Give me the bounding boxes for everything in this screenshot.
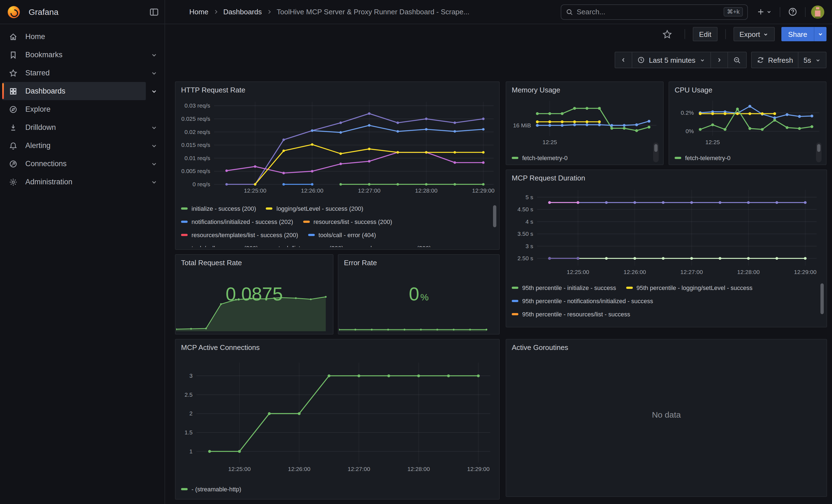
chevron-down-icon[interactable]: [146, 160, 162, 167]
panel-title[interactable]: MCP Active Connections: [176, 340, 499, 352]
legend-item[interactable]: - (streamable-http): [181, 486, 241, 493]
stat-value: 0%: [338, 283, 499, 305]
svg-text:3 s: 3 s: [525, 243, 533, 249]
legend-scrollbar[interactable]: [493, 205, 496, 227]
legend-item[interactable]: 95th percentile - resources/templates/li…: [512, 324, 658, 325]
sidebar-item-drilldown[interactable]: Drilldown: [2, 118, 146, 136]
legend-item[interactable]: tools/list - success (200): [268, 245, 343, 247]
panel-title[interactable]: Error Rate: [338, 255, 499, 267]
legend-item[interactable]: 95th percentile - notifications/initiali…: [512, 298, 653, 304]
sidebar-item-home[interactable]: Home: [2, 27, 162, 46]
legend-series-chip: [181, 221, 188, 223]
sidebar-item-explore[interactable]: Explore: [2, 100, 162, 118]
chevron-down-icon[interactable]: [146, 69, 162, 77]
legend-series-label: 95th percentile - resources/list - succe…: [522, 311, 630, 317]
sidebar-item-administration[interactable]: Administration: [2, 173, 146, 191]
legend-series-label: fetch-telemetry-0: [522, 155, 568, 161]
zoom-out-button[interactable]: [727, 52, 746, 68]
panel-title[interactable]: Total Request Rate: [176, 255, 333, 267]
legend-item[interactable]: tools/call - success (200): [181, 245, 258, 247]
sidebar-item-label: Starred: [25, 69, 50, 77]
time-range-group: Last 5 minutes: [615, 52, 747, 68]
search-input[interactable]: [577, 8, 720, 16]
legend-series-label: unknown - success (200): [364, 245, 431, 247]
legend-series-label: tools/list - success (200): [279, 245, 343, 247]
legend-series-label: initialize - success (200): [191, 205, 256, 212]
refresh-interval-picker[interactable]: 5s: [798, 52, 826, 68]
breadcrumb-dashboards[interactable]: Dashboards: [223, 8, 262, 16]
avatar[interactable]: [811, 5, 824, 19]
svg-text:0.02 req/s: 0.02 req/s: [185, 129, 210, 135]
panel-total-request-rate: Total Request Rate 0.0875: [175, 254, 334, 335]
legend-scrollbar[interactable]: [654, 144, 657, 152]
search-box[interactable]: ⌘+k: [561, 4, 748, 20]
sidebar-item-alerting[interactable]: Alerting: [2, 136, 146, 155]
panel-title[interactable]: MCP Request Duration: [506, 170, 827, 182]
bell-icon: [9, 141, 18, 150]
panel-title[interactable]: Memory Usage: [506, 82, 663, 94]
sidebar-item-dashboards[interactable]: Dashboards: [2, 82, 146, 100]
drilldown-icon: [9, 123, 18, 132]
legend-item[interactable]: notifications/initialized - success (202…: [181, 218, 293, 225]
top-bar: Home Dashboards ToolHive MCP Server & Pr…: [165, 0, 832, 24]
time-shift-forward-button[interactable]: [710, 52, 727, 68]
sidebar-item-label: Administration: [25, 178, 72, 186]
favorite-star-icon[interactable]: [662, 29, 673, 39]
svg-text:0%: 0%: [686, 128, 694, 134]
error-rate-sparkline: [339, 323, 494, 334]
sidebar-toggle-icon[interactable]: [149, 7, 159, 17]
legend-item[interactable]: resources/list - success (200): [303, 218, 392, 225]
panel-title[interactable]: CPU Usage: [669, 82, 826, 94]
panel-title[interactable]: Active Goroutines: [506, 340, 827, 352]
legend-item[interactable]: resources/templates/list - success (200): [181, 232, 298, 238]
legend-item[interactable]: initialize - success (200): [181, 205, 256, 212]
time-range-picker[interactable]: Last 5 minutes: [632, 52, 710, 68]
add-button[interactable]: [753, 5, 775, 18]
legend-row: 95th percentile - resources/list - succe…: [512, 308, 819, 321]
home-icon: [9, 32, 18, 41]
refresh-button[interactable]: Refresh: [751, 52, 798, 68]
legend-series-label: - (streamable-http): [191, 486, 241, 493]
sidebar-item-bookmarks[interactable]: Bookmarks: [2, 46, 146, 64]
legend-item[interactable]: fetch-telemetry-0: [512, 155, 568, 161]
sidebar-item-starred[interactable]: Starred: [2, 64, 146, 82]
chevron-down-icon[interactable]: [146, 178, 162, 186]
panel-error-rate: Error Rate 0%: [338, 254, 500, 335]
svg-text:1: 1: [189, 448, 192, 454]
share-caret-button[interactable]: [814, 27, 827, 41]
chevron-down-icon[interactable]: [146, 124, 162, 131]
sidebar-nav: Home Bookmarks Starred: [0, 24, 164, 191]
breadcrumb-home[interactable]: Home: [189, 8, 208, 16]
sidebar-item-connections[interactable]: Connections: [2, 155, 146, 173]
legend-series-label: fetch-telemetry-0: [685, 155, 730, 161]
panel-cpu-usage: CPU Usage 0.2%0%12:25 fetch-telemetry-0: [669, 81, 827, 165]
chevron-down-icon[interactable]: [146, 87, 162, 95]
legend-series-chip: [512, 300, 518, 302]
svg-text:16 MiB: 16 MiB: [513, 122, 531, 129]
share-button[interactable]: Share: [782, 27, 814, 41]
legend-series-label: tools/call - error (404): [319, 232, 376, 238]
legend-scrollbar[interactable]: [821, 283, 824, 314]
legend-row: resources/templates/list - success (200)…: [181, 228, 491, 242]
edit-button[interactable]: Edit: [693, 27, 718, 41]
legend-item[interactable]: 95th percentile - initialize - success: [512, 285, 616, 291]
time-shift-back-button[interactable]: [615, 52, 632, 68]
svg-text:2.5: 2.5: [185, 392, 192, 398]
legend-item[interactable]: 95th percentile - logging/setLevel - suc…: [626, 285, 753, 291]
legend-item[interactable]: fetch-telemetry-0: [675, 155, 730, 161]
panel-title[interactable]: HTTP Request Rate: [176, 82, 499, 94]
brand-title: Grafana: [29, 7, 58, 17]
legend-item[interactable]: unknown - success (200): [353, 245, 431, 247]
svg-text:0.015 req/s: 0.015 req/s: [181, 142, 210, 148]
share-label: Share: [788, 30, 807, 38]
chevron-down-icon[interactable]: [146, 51, 162, 59]
legend-item[interactable]: 95th percentile - resources/list - succe…: [512, 311, 630, 317]
legend-scrollbar[interactable]: [817, 144, 821, 152]
http-legend: initialize - success (200)logging/setLev…: [181, 202, 491, 247]
legend-item[interactable]: logging/setLevel - success (200): [266, 205, 363, 212]
help-button[interactable]: [785, 5, 801, 19]
legend-item[interactable]: tools/call - error (404): [308, 232, 376, 238]
export-button[interactable]: Export: [733, 27, 775, 41]
refresh-interval-label: 5s: [804, 56, 811, 64]
chevron-down-icon[interactable]: [146, 142, 162, 150]
